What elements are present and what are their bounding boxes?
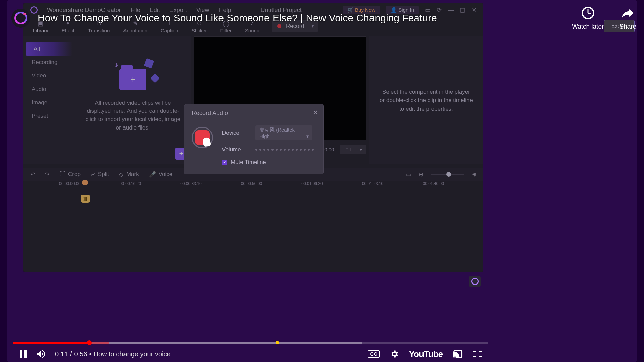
mark-button[interactable]: ◇ Mark	[119, 171, 139, 178]
yt-controls: 0:11 / 0:56 • How to change your voice C…	[13, 346, 488, 362]
yt-chapter-sep: •	[89, 350, 91, 358]
yt-video-title[interactable]: How To Change Your Voice to Sound Like S…	[38, 12, 437, 24]
zoom-in-button[interactable]: ⊕	[472, 171, 477, 178]
channel-watermark[interactable]	[469, 276, 481, 287]
fit-select[interactable]: Fit	[340, 145, 366, 154]
library-empty-text: All recorded video clips will be display…	[85, 99, 181, 132]
yt-chapter-name[interactable]: How to change your voice	[93, 350, 170, 358]
mute-label: Mute Timeline	[231, 159, 266, 166]
sidebar-item-recording[interactable]: Recording	[23, 56, 75, 69]
ruler-tick: 00:01:40:00	[423, 181, 483, 191]
sidebar-item-audio[interactable]: Audio	[23, 83, 75, 96]
plus-icon: +	[130, 74, 136, 85]
watermark-icon	[471, 278, 479, 285]
watch-later-label: Watch later	[572, 23, 604, 30]
split-button[interactable]: ✂ Split	[91, 171, 109, 178]
media-icon	[150, 73, 160, 83]
yt-ad-marker	[276, 341, 279, 344]
crop-button[interactable]: ⛶ Crop	[60, 171, 81, 178]
yt-played	[13, 342, 89, 344]
yt-share-button[interactable]: Share	[619, 6, 636, 30]
sidebar-item-video[interactable]: Video	[23, 69, 75, 83]
ruler-tick: 00:00:00:00	[59, 181, 120, 191]
import-folder-icon: ♪ +	[119, 69, 146, 90]
record-audio-dialog: Record Audio ✕ Device 麦克风 (Realtek High …	[184, 104, 324, 174]
yt-scrubber[interactable]	[87, 340, 92, 345]
redo-button[interactable]: ↷	[45, 171, 50, 178]
fit-label: Fit	[345, 147, 351, 152]
sidebar-item-all[interactable]: All	[26, 42, 72, 56]
undo-button[interactable]: ↶	[30, 171, 35, 178]
yt-watch-later-button[interactable]: Watch later	[572, 6, 604, 30]
volume-meter	[255, 149, 314, 151]
yt-time-total: 0:56	[74, 350, 87, 358]
cast-icon	[453, 349, 463, 359]
avatar-icon	[14, 12, 27, 24]
dialog-close-button[interactable]: ✕	[313, 108, 318, 116]
yt-loading	[89, 342, 109, 344]
ruler-tick: 00:00:50:00	[241, 181, 302, 191]
clip-marker[interactable]: ]|[	[81, 195, 90, 203]
ruler-tick: 00:01:06:20	[301, 181, 362, 191]
device-label: Device	[222, 130, 247, 136]
mark-label: Mark	[126, 171, 139, 178]
gear-icon	[390, 349, 399, 359]
ruler-tick: 00:01:23:10	[362, 181, 423, 191]
timeline[interactable]: 00:00:00:00 00:00:16:20 00:00:33:10 00:0…	[23, 181, 483, 268]
ruler-tick: 00:00:33:10	[180, 181, 241, 191]
zoom-thumb[interactable]	[446, 172, 451, 177]
yt-captions-button[interactable]: CC	[368, 350, 379, 358]
yt-time-current: 0:11	[55, 350, 68, 358]
embed-frame: Wondershare DemoCreator File Edit Export…	[7, 0, 637, 362]
yt-fullscreen-button[interactable]	[473, 350, 482, 358]
yt-progress-bar[interactable]	[13, 339, 488, 346]
yt-time-sep: /	[70, 350, 72, 358]
yt-settings-button[interactable]	[390, 349, 399, 359]
library-sidebar: All Recording Video Audio Image Preset	[23, 36, 75, 164]
voice-label: Voice	[159, 171, 173, 178]
yt-volume-button[interactable]	[36, 349, 46, 359]
split-label: Split	[98, 171, 109, 178]
checkbox-checked-icon: ✓	[222, 160, 227, 165]
start-record-button[interactable]	[192, 127, 213, 148]
dialog-title: Record Audio	[184, 104, 323, 122]
music-note-icon: ♪	[115, 61, 118, 69]
properties-pane: Select the component in the player or do…	[369, 36, 483, 164]
library-drop-zone[interactable]: ♪ + All recorded video clips will be dis…	[75, 36, 191, 164]
zoom-slider[interactable]	[431, 174, 464, 175]
volume-icon	[36, 349, 46, 359]
yt-pause-button[interactable]	[20, 350, 27, 358]
record-square-icon	[195, 130, 210, 145]
yt-title-bar: How To Change Your Voice to Sound Like S…	[10, 5, 644, 32]
yt-logo-button[interactable]: YouTube	[409, 349, 443, 359]
mute-timeline-checkbox[interactable]: ✓ Mute Timeline	[222, 159, 316, 166]
fit-timeline-button[interactable]: ▭	[406, 171, 411, 178]
crop-label: Crop	[68, 171, 81, 178]
share-icon	[621, 6, 635, 20]
sidebar-item-preset[interactable]: Preset	[23, 109, 75, 123]
library-pane: All Recording Video Audio Image Preset ♪…	[23, 36, 191, 164]
yt-channel-avatar[interactable]	[11, 9, 30, 28]
cursor-icon	[202, 137, 211, 147]
zoom-out-button[interactable]: ⊖	[419, 171, 424, 178]
yt-cast-button[interactable]	[453, 349, 463, 359]
clip-icon	[144, 58, 154, 68]
sidebar-item-image[interactable]: Image	[23, 96, 75, 109]
clock-icon	[582, 7, 594, 19]
share-label: Share	[619, 23, 636, 30]
properties-hint: Select the component in the player or do…	[379, 88, 473, 113]
timeline-ruler: 00:00:00:00 00:00:16:20 00:00:33:10 00:0…	[23, 181, 483, 191]
ruler-tick: 00:00:16:20	[120, 181, 181, 191]
yt-time-display: 0:11 / 0:56 • How to change your voice	[55, 350, 171, 358]
device-select[interactable]: 麦克风 (Realtek High	[255, 125, 312, 140]
voice-button[interactable]: 🎤 Voice	[149, 171, 173, 178]
playhead[interactable]	[85, 181, 85, 268]
volume-label: Volume	[222, 146, 247, 153]
device-value: 麦克风 (Realtek High	[259, 127, 295, 139]
